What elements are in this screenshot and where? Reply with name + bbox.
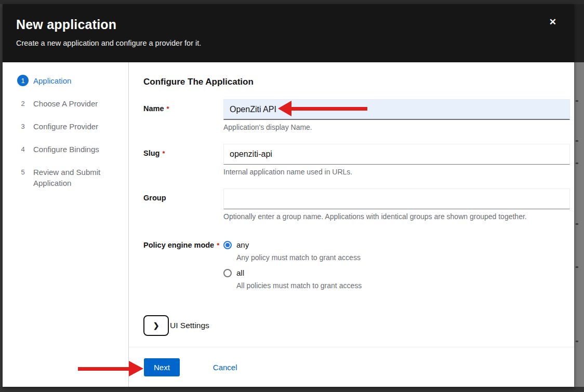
radio-any-helper-text: Any policy must match to grant access [236, 253, 570, 262]
slug-form-row: Slug* Internal application name used in … [143, 144, 570, 176]
chevron-right-icon[interactable]: ❯ [143, 315, 169, 336]
backdrop-right-dark [574, 4, 584, 62]
wizard-step-nav: 1 Application 2 Choose A Provider 3 Conf… [3, 62, 129, 387]
step-label: Review and Submit Application [33, 166, 122, 188]
close-icon[interactable]: ✕ [547, 16, 559, 29]
wizard-step-review-submit[interactable]: 5 Review and Submit Application [17, 166, 122, 188]
backdrop-speck [576, 100, 578, 102]
wizard-main: Configure The Application Name* Applicat… [129, 62, 574, 387]
radio-any[interactable] [223, 241, 232, 249]
wizard-step-configure-bindings[interactable]: 4 Configure Bindings [17, 143, 122, 155]
step-number-badge: 2 [17, 98, 29, 109]
radio-any-label[interactable]: any [236, 240, 249, 249]
step-number-badge: 1 [17, 75, 29, 86]
slug-helper-text: Internal application name used in URLs. [223, 168, 570, 176]
policy-mode-option-all: all [223, 268, 570, 277]
name-label: Name* [143, 99, 223, 131]
policy-mode-label: Policy engine mode* [143, 240, 223, 296]
page-title: Configure The Application [143, 77, 570, 87]
group-helper-text: Optionally enter a group name. Applicati… [223, 212, 570, 221]
name-helper-text: Application's display Name. [223, 123, 570, 131]
step-label: Configure Bindings [33, 143, 99, 155]
radio-all-helper-text: All policies must match to grant access [236, 281, 570, 290]
step-label: Application [33, 75, 71, 86]
radio-all-label[interactable]: all [236, 268, 244, 277]
wizard-footer: Next Cancel [129, 347, 574, 387]
required-asterisk: * [167, 105, 169, 113]
screen: New application Create a new application… [0, 0, 584, 392]
step-label: Choose A Provider [33, 98, 98, 109]
step-number-badge: 4 [17, 143, 29, 155]
backdrop-top [0, 0, 584, 4]
wizard-step-application[interactable]: 1 Application [17, 75, 122, 86]
name-form-row: Name* Application's display Name. [143, 99, 570, 131]
required-asterisk: * [162, 150, 165, 157]
radio-all[interactable] [223, 269, 232, 277]
policy-mode-form-row: Policy engine mode* any Any policy must … [143, 240, 570, 296]
next-button[interactable]: Next [144, 358, 180, 376]
required-asterisk: * [217, 241, 219, 249]
ui-settings-label: UI Settings [170, 321, 209, 330]
wizard-step-configure-provider[interactable]: 3 Configure Provider [17, 120, 122, 132]
group-input[interactable] [223, 188, 570, 209]
group-label: Group [143, 188, 223, 221]
backdrop-speck [576, 223, 578, 225]
wizard-content: Configure The Application Name* Applicat… [129, 62, 574, 347]
modal-header: New application Create a new application… [3, 4, 574, 62]
backdrop-right [574, 4, 584, 387]
slug-input[interactable] [223, 144, 570, 165]
ui-settings-expander: ❯ UI Settings [143, 315, 570, 336]
backdrop-speck [576, 341, 578, 342]
cancel-link[interactable]: Cancel [213, 363, 237, 372]
modal-body: 1 Application 2 Choose A Provider 3 Conf… [3, 62, 574, 387]
group-form-row: Group Optionally enter a group name. App… [143, 188, 570, 221]
wizard-step-choose-provider[interactable]: 2 Choose A Provider [17, 98, 122, 109]
slug-label: Slug* [143, 144, 223, 176]
policy-mode-option-any: any [223, 240, 570, 249]
step-label: Configure Provider [33, 120, 98, 132]
step-number-badge: 3 [17, 120, 29, 132]
modal-subtitle: Create a new application and configure a… [16, 39, 561, 47]
backdrop-speck [576, 163, 578, 164]
step-number-badge: 5 [17, 166, 29, 178]
backdrop-speck [576, 140, 578, 142]
name-input[interactable] [223, 99, 570, 120]
backdrop-bottom [0, 387, 584, 392]
new-application-modal: New application Create a new application… [3, 4, 574, 387]
modal-title: New application [16, 17, 561, 32]
backdrop-speck [576, 266, 578, 268]
